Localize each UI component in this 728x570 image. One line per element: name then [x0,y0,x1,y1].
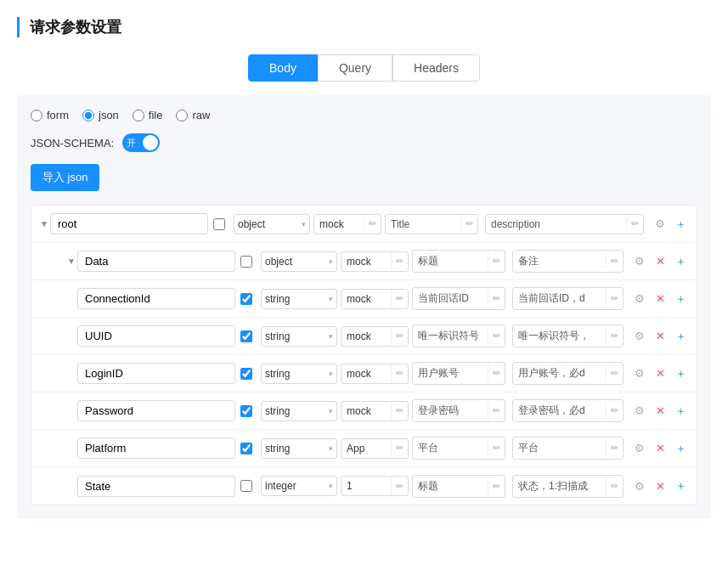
type-select-password[interactable]: string▾ [261,401,337,421]
type-select-uuid[interactable]: string▾ [261,326,337,347]
required-checkbox-loginid[interactable] [240,368,252,380]
add-icon[interactable]: ＋ [671,364,690,383]
edit-icon[interactable]: ✏ [606,364,623,382]
radio-raw[interactable]: raw [176,109,210,121]
edit-icon[interactable]: ✏ [364,215,381,233]
edit-icon[interactable]: ✏ [488,327,505,345]
title-value-data[interactable]: 标题 [413,251,488,272]
desc-value-state[interactable]: 状态，1:扫描成 [513,476,606,497]
required-checkbox-platform[interactable] [240,443,252,454]
edit-icon[interactable]: ✏ [488,252,505,270]
edit-icon[interactable]: ✏ [606,290,623,308]
edit-icon[interactable]: ✏ [606,327,623,345]
tab-body[interactable]: Body [248,54,318,82]
add-icon[interactable]: ＋ [671,402,690,420]
required-checkbox-connectionid[interactable] [240,293,252,305]
title-value-connectionid[interactable]: 当前回话ID [413,288,488,309]
required-checkbox-password[interactable] [240,405,252,417]
name-input-platform[interactable] [77,437,235,459]
required-checkbox-state[interactable] [240,480,252,492]
title-value-platform[interactable]: 平台 [413,437,488,459]
name-input-password[interactable] [77,400,235,421]
settings-icon[interactable]: ⚙ [630,290,649,308]
add-icon[interactable]: ＋ [671,290,690,308]
delete-icon[interactable]: ✕ [651,364,669,383]
edit-icon[interactable]: ✏ [391,402,408,420]
desc-value-root[interactable]: description [486,215,626,234]
settings-icon[interactable]: ⚙ [630,477,649,495]
type-select-connectionid[interactable]: string▾ [261,289,337,309]
delete-icon[interactable]: ✕ [651,402,669,420]
settings-icon[interactable]: ⚙ [630,327,649,346]
delete-icon[interactable]: ✕ [651,477,669,495]
name-input-loginid[interactable] [77,363,235,384]
edit-icon[interactable]: ✏ [391,252,408,270]
name-input-uuid[interactable] [77,325,235,347]
settings-icon[interactable]: ⚙ [630,364,649,383]
radio-form[interactable]: form [31,109,69,121]
type-select-root[interactable]: object▾ [234,214,310,234]
title-value-uuid[interactable]: 唯一标识符号 [413,325,488,347]
required-checkbox-data[interactable] [240,256,252,268]
edit-icon[interactable]: ✏ [606,252,623,270]
add-icon[interactable]: ＋ [671,327,690,346]
edit-icon[interactable]: ✏ [606,402,623,420]
name-input-connectionid[interactable] [77,288,235,309]
add-icon[interactable]: ＋ [671,252,690,271]
type-select-state[interactable]: integer▾ [261,476,337,496]
schema-toggle[interactable]: 开 [122,133,160,152]
title-value-password[interactable]: 登录密码 [413,400,488,421]
mock-value-data[interactable]: mock [341,252,391,271]
desc-value-connectionid[interactable]: 当前回话ID，d [513,288,606,309]
edit-icon[interactable]: ✏ [488,402,505,420]
desc-value-data[interactable]: 备注 [513,251,606,272]
mock-value-loginid[interactable]: mock [341,364,391,383]
mock-value-root[interactable]: mock [314,215,364,234]
title-value-state[interactable]: 标题 [413,476,488,497]
add-icon[interactable]: ＋ [671,215,690,234]
edit-icon[interactable]: ✏ [606,477,623,495]
type-select-data[interactable]: object▾ [261,251,337,272]
desc-value-password[interactable]: 登录密码，必d [513,400,606,421]
settings-icon[interactable]: ⚙ [630,402,649,420]
edit-icon[interactable]: ✏ [488,439,505,457]
settings-icon[interactable]: ⚙ [630,439,649,458]
mock-value-platform[interactable]: App [341,439,391,458]
delete-icon[interactable]: ✕ [651,290,669,308]
mock-value-uuid[interactable]: mock [341,327,391,346]
edit-icon[interactable]: ✏ [391,327,408,345]
add-icon[interactable]: ＋ [671,477,690,495]
edit-icon[interactable]: ✏ [391,290,408,308]
tab-headers[interactable]: Headers [392,54,480,82]
name-input-root[interactable] [50,213,208,234]
mock-value-state[interactable]: 1 [341,477,391,495]
radio-file[interactable]: file [133,109,163,121]
type-select-platform[interactable]: string▾ [261,438,337,459]
edit-icon[interactable]: ✏ [460,215,477,233]
edit-icon[interactable]: ✏ [488,364,505,382]
desc-value-uuid[interactable]: 唯一标识符号， [513,325,606,347]
expand-icon[interactable]: ▼ [38,218,50,230]
name-input-data[interactable] [77,251,235,272]
add-icon[interactable]: ＋ [671,439,690,458]
settings-icon[interactable]: ⚙ [630,252,649,271]
desc-value-loginid[interactable]: 用户账号，必d [513,363,606,384]
required-checkbox-root[interactable] [213,218,225,230]
edit-icon[interactable]: ✏ [488,290,505,308]
edit-icon[interactable]: ✏ [391,477,408,495]
delete-icon[interactable]: ✕ [651,439,669,458]
required-checkbox-uuid[interactable] [240,330,252,342]
radio-json[interactable]: json [82,109,119,121]
expand-icon[interactable]: ▼ [65,256,77,268]
tab-query[interactable]: Query [318,54,392,82]
type-select-loginid[interactable]: string▾ [261,364,337,384]
desc-value-platform[interactable]: 平台 [513,437,606,459]
import-json-button[interactable]: 导入 json [31,164,99,191]
edit-icon[interactable]: ✏ [391,439,408,457]
edit-icon[interactable]: ✏ [626,215,643,233]
edit-icon[interactable]: ✏ [606,439,623,457]
title-value-loginid[interactable]: 用户账号 [413,363,488,384]
delete-icon[interactable]: ✕ [651,252,669,271]
title-value-root[interactable]: Title [386,215,460,234]
name-input-state[interactable] [77,476,235,497]
